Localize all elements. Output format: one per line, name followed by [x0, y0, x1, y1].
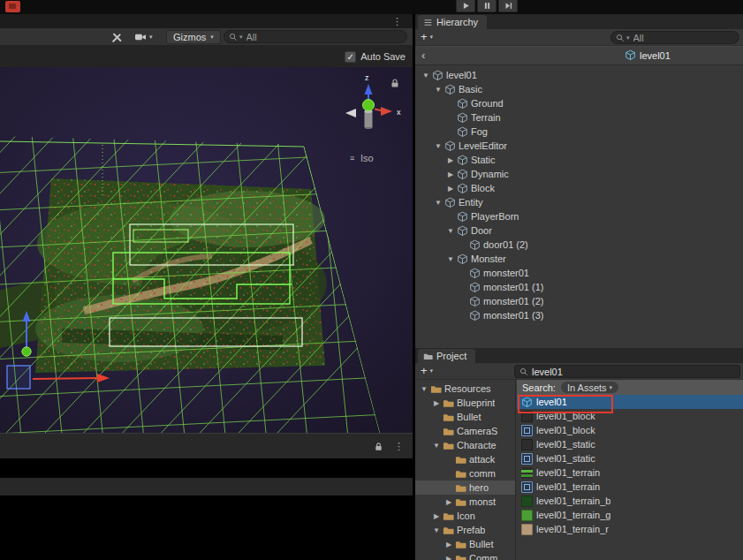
- gameobject-cube-icon: [469, 310, 481, 322]
- foldout-open-icon[interactable]: ▼: [419, 385, 429, 393]
- back-chevron[interactable]: ‹: [421, 49, 425, 62]
- search-result[interactable]: level01_terrain_b: [517, 494, 743, 508]
- pause-button[interactable]: [477, 0, 497, 12]
- kebab-menu-icon[interactable]: ⋮: [394, 440, 404, 452]
- gizmos-dropdown[interactable]: Gizmos ▾: [166, 30, 221, 44]
- tab-project[interactable]: Project: [418, 349, 475, 363]
- foldout-open-icon[interactable]: ▼: [431, 442, 442, 450]
- foldout-open-icon[interactable]: ▼: [433, 86, 444, 94]
- folder-item[interactable]: ▼Resources: [415, 382, 515, 396]
- hierarchy-item[interactable]: monster01 (1): [415, 280, 743, 294]
- search-filter-caret[interactable]: ▾: [239, 34, 243, 41]
- hierarchy-item[interactable]: ▼Door: [415, 223, 743, 238]
- hierarchy-item[interactable]: ▼Entity: [415, 195, 743, 209]
- foldout-open-icon[interactable]: ▼: [445, 255, 456, 263]
- hierarchy-search-input[interactable]: [632, 33, 734, 43]
- result-label: level01: [536, 397, 567, 407]
- foldout-open-icon[interactable]: ▼: [433, 199, 444, 207]
- folder-item[interactable]: comm: [415, 466, 515, 481]
- hierarchy-item[interactable]: monster01 (2): [415, 294, 743, 308]
- folder-item[interactable]: Bullet: [415, 410, 515, 424]
- iso-indicator[interactable]: ≡ Iso: [350, 153, 374, 163]
- kebab-menu-icon[interactable]: ⋮: [392, 15, 402, 27]
- tab-hierarchy[interactable]: Hierarchy: [418, 15, 487, 29]
- scene-viewport[interactable]: z x ≡ Iso: [0, 67, 413, 433]
- hierarchy-item[interactable]: Ground: [415, 96, 743, 110]
- hierarchy-item[interactable]: ▼LevelEditor: [415, 139, 743, 153]
- hierarchy-item[interactable]: monster01 (3): [415, 308, 743, 322]
- hierarchy-item[interactable]: ▼Basic: [415, 82, 743, 96]
- item-label: Block: [471, 183, 495, 193]
- item-label: Door: [471, 225, 492, 236]
- search-filter-caret[interactable]: ▾: [626, 34, 630, 42]
- hierarchy-item[interactable]: door01 (2): [415, 238, 743, 252]
- hierarchy-item[interactable]: Terrain: [415, 110, 743, 125]
- step-icon: [504, 2, 512, 10]
- search-scope-dropdown[interactable]: In Assets ▾: [561, 382, 618, 393]
- search-result[interactable]: level01_terrain_g: [517, 508, 743, 522]
- foldout-closed-icon[interactable]: ▶: [444, 541, 454, 549]
- foldout-open-icon[interactable]: ▼: [445, 227, 456, 235]
- autosave-checkbox[interactable]: ✓: [345, 51, 356, 63]
- hierarchy-item[interactable]: ▶Static: [415, 153, 743, 167]
- scene-search-field[interactable]: ▾: [224, 30, 407, 43]
- folder-item[interactable]: attack: [415, 452, 515, 466]
- folder-item-selected[interactable]: hero: [415, 481, 515, 495]
- folder-item[interactable]: ▼Prefab: [415, 523, 515, 537]
- play-button[interactable]: [456, 0, 475, 12]
- tools-button[interactable]: [111, 30, 123, 44]
- hierarchy-item[interactable]: ▼Monster: [415, 252, 743, 266]
- foldout-closed-icon[interactable]: ▶: [431, 512, 442, 520]
- hierarchy-item[interactable]: monster01: [415, 266, 743, 280]
- item-label: Fog: [471, 126, 488, 137]
- create-button[interactable]: + ▾: [421, 365, 433, 377]
- chevron-down-icon: ▾: [210, 34, 214, 41]
- step-button[interactable]: [498, 0, 518, 12]
- gameobject-cube-icon: [469, 268, 481, 279]
- scene-canvas[interactable]: z x ≡ Iso: [0, 67, 413, 433]
- foldout-open-icon[interactable]: ▼: [433, 142, 444, 150]
- scene-search-input[interactable]: [245, 32, 402, 42]
- folder-item[interactable]: ▶monst: [415, 495, 515, 509]
- foldout-open-icon[interactable]: ▼: [421, 72, 431, 79]
- search-result[interactable]: level01_static: [517, 437, 743, 451]
- foldout-closed-icon[interactable]: ▶: [444, 555, 454, 560]
- hierarchy-item[interactable]: ▶Block: [415, 181, 743, 195]
- create-button[interactable]: + ▾: [421, 31, 433, 43]
- search-result[interactable]: level01_terrain_r: [517, 522, 743, 536]
- folder-item[interactable]: ▶Comm: [415, 551, 515, 560]
- folder-item[interactable]: ▶Blueprint: [415, 396, 515, 410]
- search-results-panel: Search: In Assets ▾ level01 level01_bloc…: [517, 380, 743, 560]
- gameobject-cube-icon: [444, 84, 456, 95]
- search-result[interactable]: level01_block: [517, 409, 743, 423]
- search-result[interactable]: level01_static: [517, 451, 743, 465]
- breadcrumb-item[interactable]: level01: [625, 49, 671, 61]
- lock-icon[interactable]: [374, 442, 383, 451]
- search-result[interactable]: level01_terrain: [517, 480, 743, 494]
- folder-item[interactable]: ▶Icon: [415, 509, 515, 523]
- foldout-open-icon[interactable]: ▼: [431, 526, 442, 534]
- camera-view-button[interactable]: ▾: [134, 30, 153, 44]
- search-result-selected[interactable]: level01: [517, 395, 743, 409]
- hierarchy-item[interactable]: PlayerBorn: [415, 209, 743, 223]
- foldout-closed-icon[interactable]: ▶: [445, 185, 456, 193]
- project-search-input[interactable]: [530, 367, 735, 377]
- folder-item[interactable]: CameraS: [415, 424, 515, 438]
- autosave-label: Auto Save: [360, 51, 406, 62]
- search-result[interactable]: level01_terrain: [517, 465, 743, 480]
- collapsed-panel-header[interactable]: ⋮: [0, 433, 413, 458]
- hierarchy-search-field[interactable]: ▾: [610, 31, 739, 44]
- hierarchy-item[interactable]: Fog: [415, 125, 743, 139]
- red-toolbar-icon[interactable]: [5, 1, 20, 12]
- foldout-closed-icon[interactable]: ▶: [431, 399, 442, 407]
- foldout-closed-icon[interactable]: ▶: [445, 156, 456, 164]
- collapsed-panel-bar[interactable]: [0, 478, 413, 496]
- search-result[interactable]: level01_block: [517, 423, 743, 437]
- project-search-field[interactable]: [514, 365, 740, 378]
- folder-item[interactable]: ▼Characte: [415, 438, 515, 452]
- foldout-closed-icon[interactable]: ▶: [444, 498, 454, 506]
- folder-item[interactable]: ▶Bullet: [415, 537, 515, 551]
- foldout-closed-icon[interactable]: ▶: [445, 170, 456, 178]
- hierarchy-item[interactable]: ▶Dynamic: [415, 167, 743, 181]
- hierarchy-item[interactable]: ▼level01: [415, 68, 743, 82]
